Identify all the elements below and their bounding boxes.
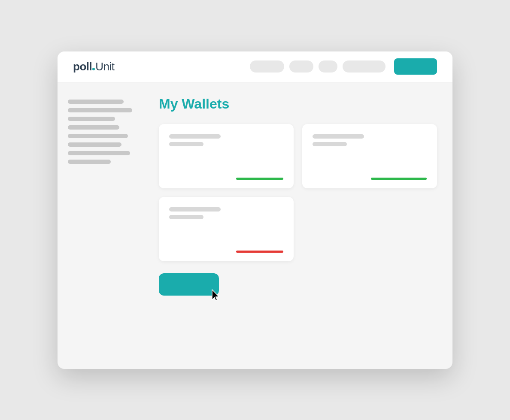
page-title: My Wallets: [159, 96, 437, 112]
wallet-card-1-content: [169, 134, 283, 146]
logo-unit-text: Unit: [95, 60, 114, 73]
sidebar-menu: [68, 100, 133, 164]
wallet-card-2-line-2: [313, 142, 347, 146]
nav-link-2[interactable]: [289, 60, 313, 73]
wallet-card-3-line-1: [169, 207, 221, 212]
sidebar: [58, 82, 143, 369]
add-wallet-section: [159, 273, 437, 296]
wallet-card-1-line-1: [169, 134, 221, 139]
main-area: My Wallets: [58, 82, 452, 369]
wallet-card-2[interactable]: [302, 124, 437, 188]
wallet-card-3[interactable]: [159, 197, 294, 261]
sidebar-item[interactable]: [68, 160, 111, 164]
add-wallet-btn-wrapper: [159, 273, 219, 296]
cursor-icon: [210, 289, 222, 303]
wallet-card-3-content: [169, 207, 283, 219]
logo-poll-text: poll: [73, 60, 92, 73]
wallet-card-3-indicator: [236, 251, 283, 253]
sidebar-item[interactable]: [68, 142, 121, 147]
logo-dot: [92, 68, 95, 70]
sidebar-item[interactable]: [68, 108, 132, 112]
main-content: My Wallets: [143, 82, 452, 369]
sidebar-item[interactable]: [68, 100, 124, 104]
wallet-card-1-indicator: [236, 178, 283, 180]
nav-link-3[interactable]: [319, 60, 337, 73]
sidebar-item[interactable]: [68, 117, 115, 121]
sidebar-item[interactable]: [68, 125, 119, 130]
wallet-card-2-content: [313, 134, 427, 146]
sidebar-item[interactable]: [68, 134, 128, 138]
wallets-grid: [159, 124, 437, 261]
wallet-card-2-line-1: [313, 134, 364, 139]
logo: poll Unit: [73, 60, 114, 73]
wallet-card-3-line-2: [169, 215, 203, 219]
add-wallet-button[interactable]: [159, 273, 219, 296]
sidebar-item[interactable]: [68, 151, 130, 155]
wallet-card-1[interactable]: [159, 124, 294, 188]
nav-link-4[interactable]: [343, 60, 386, 73]
browser-window: poll Unit: [58, 51, 452, 369]
nav-link-1[interactable]: [250, 60, 284, 73]
wallet-card-1-line-2: [169, 142, 203, 146]
navbar: poll Unit: [58, 51, 452, 82]
nav-links: [250, 58, 437, 75]
wallet-card-2-indicator: [371, 178, 427, 180]
nav-cta-button[interactable]: [394, 58, 437, 75]
